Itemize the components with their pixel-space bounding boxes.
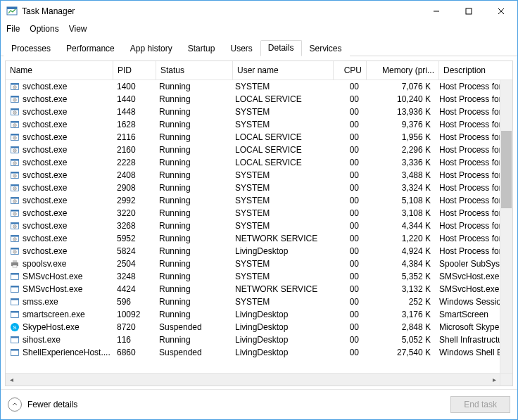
tab-services[interactable]: Services: [302, 41, 350, 56]
cell-memory: 13,936 K: [363, 107, 435, 117]
col-header-description[interactable]: Description: [439, 61, 500, 79]
tab-users[interactable]: Users: [222, 41, 260, 56]
svg-rect-39: [11, 185, 19, 186]
col-header-name[interactable]: Name: [6, 61, 113, 79]
process-icon: [10, 310, 20, 319]
horizontal-scrollbar[interactable]: ◂ ▸: [6, 373, 500, 386]
cell-status: Running: [155, 82, 231, 91]
svg-point-9: [14, 87, 15, 88]
cell-user: LivingDesktop: [231, 310, 331, 319]
table-row[interactable]: svchost.exe2908RunningSYSTEM003,324 KHos…: [6, 182, 512, 194]
table-row[interactable]: svchost.exe2116RunningLOCAL SERVICE001,9…: [6, 131, 512, 144]
table-row[interactable]: smss.exe596RunningSYSTEM00252 KWindows S…: [6, 295, 512, 308]
table-row[interactable]: svchost.exe5952RunningNETWORK SERVICE001…: [6, 232, 512, 245]
table-row[interactable]: svchost.exe1448RunningSYSTEM0013,936 KHo…: [6, 106, 512, 118]
cell-cpu: 00: [331, 259, 363, 269]
cell-pid: 4424: [113, 284, 155, 294]
table-row[interactable]: svchost.exe2160RunningLOCAL SERVICE002,2…: [6, 144, 512, 156]
col-header-status[interactable]: Status: [156, 61, 233, 79]
vertical-scrollbar[interactable]: [500, 80, 512, 374]
cell-memory: 9,376 K: [363, 120, 435, 129]
cell-memory: 3,132 K: [363, 284, 435, 294]
svg-point-61: [14, 251, 15, 253]
cell-user: LivingDesktop: [231, 348, 331, 357]
cell-status: Running: [155, 310, 231, 319]
table-row[interactable]: SMSvcHost.exe4424RunningNETWORK SERVICE0…: [6, 283, 512, 295]
table-row[interactable]: ShellExperienceHost....6860SuspendedLivi…: [6, 346, 512, 359]
table-row[interactable]: spoolsv.exe2504RunningSYSTEM004,384 KSpo…: [6, 257, 512, 270]
svg-point-41: [14, 188, 15, 189]
col-header-pid[interactable]: PID: [113, 61, 156, 79]
table-row[interactable]: svchost.exe3268RunningSYSTEM004,344 KHos…: [6, 219, 512, 232]
svg-rect-72: [11, 312, 19, 313]
table-row[interactable]: sihost.exe116RunningLivingDesktop005,052…: [6, 333, 512, 346]
tab-processes[interactable]: Processes: [4, 41, 58, 56]
process-icon: [10, 158, 20, 167]
table-row[interactable]: svchost.exe1440RunningLOCAL SERVICE0010,…: [6, 93, 512, 106]
col-header-memory[interactable]: Memory (pri...: [367, 61, 439, 79]
tab-startup[interactable]: Startup: [180, 41, 223, 56]
minimize-button[interactable]: [420, 1, 453, 22]
menu-view[interactable]: View: [69, 24, 87, 34]
end-task-button[interactable]: End task: [450, 396, 510, 413]
tab-performance[interactable]: Performance: [58, 41, 122, 56]
cell-pid: 2504: [113, 259, 155, 269]
cell-user: SYSTEM: [231, 82, 331, 91]
table-row[interactable]: svchost.exe2992RunningSYSTEM005,108 KHos…: [6, 194, 512, 207]
cell-status: Running: [155, 272, 231, 281]
table-row[interactable]: SSkypeHost.exe8720SuspendedLivingDesktop…: [6, 321, 512, 333]
cell-name: sihost.exe: [23, 335, 61, 345]
cell-status: Suspended: [155, 322, 231, 332]
cell-status: Suspended: [155, 348, 231, 357]
tab-details[interactable]: Details: [260, 40, 302, 56]
cell-pid: 1628: [113, 120, 155, 129]
svg-rect-19: [11, 122, 19, 123]
menubar: File Options View: [1, 22, 517, 39]
table-row[interactable]: smartscreen.exe10092RunningLivingDesktop…: [6, 308, 512, 321]
cell-name: svchost.exe: [23, 120, 67, 129]
close-button[interactable]: [485, 1, 517, 22]
fewer-details-button[interactable]: Fewer details: [8, 397, 77, 412]
cell-status: Running: [155, 132, 231, 142]
svg-rect-35: [11, 172, 19, 174]
tab-app-history[interactable]: App history: [122, 41, 180, 56]
table-row[interactable]: svchost.exe3220RunningSYSTEM003,108 KHos…: [6, 207, 512, 219]
cell-cpu: 00: [331, 196, 363, 205]
cell-status: Running: [155, 284, 231, 294]
table-row[interactable]: SMSvcHost.exe3248RunningSYSTEM005,352 KS…: [6, 270, 512, 283]
titlebar[interactable]: Task Manager: [1, 1, 517, 22]
cell-memory: 5,352 K: [363, 272, 435, 281]
cell-memory: 2,296 K: [363, 145, 435, 155]
cell-status: Running: [155, 259, 231, 269]
maximize-button[interactable]: [453, 1, 485, 22]
scroll-right-icon[interactable]: ▸: [488, 374, 500, 386]
col-header-user[interactable]: User name: [233, 61, 334, 79]
cell-status: Running: [155, 158, 231, 167]
svg-rect-15: [11, 109, 19, 110]
table-row[interactable]: svchost.exe1628RunningSYSTEM009,376 KHos…: [6, 118, 512, 131]
svg-rect-55: [11, 236, 19, 237]
table-row[interactable]: svchost.exe1400RunningSYSTEM007,076 KHos…: [6, 80, 512, 93]
svg-point-57: [14, 238, 15, 240]
svg-point-13: [14, 99, 15, 101]
cell-memory: 252 K: [363, 297, 435, 307]
table-row[interactable]: svchost.exe2228RunningLOCAL SERVICE003,3…: [6, 156, 512, 169]
table-row[interactable]: svchost.exe5824RunningLivingDesktop004,9…: [6, 245, 512, 257]
cell-name: spoolsv.exe: [23, 259, 66, 269]
cell-user: LOCAL SERVICE: [231, 158, 331, 167]
cell-pid: 2160: [113, 145, 155, 155]
col-header-cpu[interactable]: CPU: [334, 61, 367, 79]
process-icon: [10, 348, 20, 357]
cell-user: SYSTEM: [231, 196, 331, 205]
table-row[interactable]: svchost.exe2408RunningSYSTEM003,488 KHos…: [6, 169, 512, 182]
cell-memory: 5,108 K: [363, 196, 435, 205]
svg-point-45: [14, 201, 15, 202]
scroll-left-icon[interactable]: ◂: [6, 374, 18, 386]
vertical-scroll-thumb[interactable]: [501, 131, 512, 208]
cell-pid: 5952: [113, 234, 155, 243]
fewer-details-label: Fewer details: [27, 400, 77, 409]
menu-options[interactable]: Options: [30, 24, 58, 34]
cell-memory: 1,220 K: [363, 234, 435, 243]
menu-file[interactable]: File: [6, 24, 20, 34]
cell-status: Running: [155, 221, 231, 231]
